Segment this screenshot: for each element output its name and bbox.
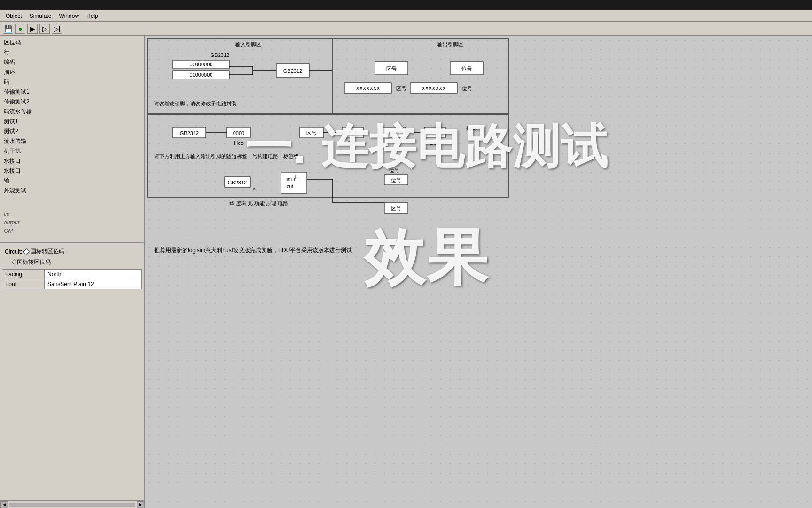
property-font: Font SansSerif Plain 12 (2, 279, 142, 289)
scroll-track (9, 503, 135, 507)
note2: 请下方利用上方输入输出引脚的隧道标签，号构建电路，标签组 (154, 153, 299, 159)
title-bar (0, 0, 812, 10)
property-facing: Facing North (2, 270, 142, 279)
list-item[interactable]: 区位码 (0, 38, 144, 48)
dec-label1: Dec (348, 140, 357, 146)
save-button[interactable]: 💾 (3, 24, 13, 34)
gb2312-label: GB2312 (283, 68, 302, 74)
font-label: Font (2, 279, 45, 289)
list-item[interactable]: 测试1 (0, 117, 144, 127)
list-item[interactable]: 码流水传输 (0, 107, 144, 117)
sidebar: 区位码 行 编码 描述 码 传输测试1 传输测试2 码流水传输 测试1 测试2 … (0, 36, 145, 508)
properties-table: Facing North Font SansSerif Plain 12 (2, 269, 142, 289)
pos-test-label: 位号 (389, 130, 399, 136)
font-value[interactable]: SansSerif Plain 12 (45, 279, 142, 289)
circuit-sub-name-row: ◇国标转区位码 (2, 257, 142, 267)
menu-simulate[interactable]: Simulate (26, 12, 55, 20)
section-label-tic: tic (0, 210, 144, 218)
sidebar-scrollbar[interactable]: ◄ ► (0, 500, 145, 508)
sidebar-list: 区位码 行 编码 描述 码 传输测试1 传输测试2 码流水传输 测试1 测试2 … (0, 36, 144, 243)
zone-label: 区号 (386, 66, 397, 71)
scroll-left[interactable]: ◄ (0, 501, 8, 508)
toolbar: 💾 ● ▶ ▷ ▷| (0, 22, 812, 36)
circuit-prefix-label: Circuit: (5, 248, 22, 255)
circuit-diagram: 输入引脚区 输出引脚区 GB2312 00000000 00000000 GB2… (145, 36, 511, 266)
list-item[interactable]: 传输测试2 (0, 97, 144, 107)
scroll-right[interactable]: ► (137, 501, 144, 508)
dec-value2: ??? (430, 130, 439, 136)
hex-value: 0000 (233, 130, 244, 136)
sidebar-properties: Circuit: 国标转区位码 ◇国标转区位码 Facing North Fon… (0, 243, 144, 292)
list-item[interactable]: 传输测试1 (0, 87, 144, 97)
hex-label: Hex (234, 140, 243, 146)
x-display1: XXXXXXX (356, 86, 380, 91)
lower-pos-label: 位号 (389, 167, 399, 173)
diamond-icon (23, 248, 30, 254)
play-button[interactable]: ▶ (27, 24, 38, 34)
list-item[interactable]: 机干扰 (0, 146, 144, 156)
menu-window[interactable]: Window (55, 12, 83, 20)
zone-test-label: 区号 (306, 130, 317, 136)
note3: 华 逻辑 几 功能 原理 电路 (229, 200, 288, 206)
note-text: 请勿增改引脚，请勿修改子电路封装 (154, 101, 237, 106)
menu-object[interactable]: Object (2, 12, 26, 20)
list-item[interactable]: 输 (0, 176, 144, 186)
input-bits1: 00000000 (190, 62, 213, 67)
list-item[interactable]: 码 (0, 77, 144, 87)
list-item[interactable]: 流水传输 (0, 136, 144, 146)
dec-label2: Dec (430, 140, 439, 146)
cursor: ↖ (253, 186, 257, 192)
menu-help[interactable]: Help (83, 12, 102, 20)
list-item[interactable]: 编码 (0, 57, 144, 67)
dec-value1: ??? (348, 130, 357, 136)
list-item[interactable]: 水接口 (0, 156, 144, 166)
ic-out: out (287, 184, 293, 189)
menu-bar: Object Simulate Window Help (0, 10, 812, 22)
circuit-sub-name: ◇国标转区位码 (11, 258, 51, 266)
x-display2: XXXXXXX (422, 86, 446, 91)
pos-label-small: 位号 (462, 86, 472, 91)
zone-label-small: 区号 (396, 86, 406, 91)
detect-label: 探测区 (466, 125, 482, 131)
circuit-name: 国标转区位码 (31, 247, 64, 255)
pos-label: 位号 (461, 66, 472, 71)
gb2312-title: GB2312 (211, 52, 229, 58)
output-pins-label: 输出引脚区 (437, 41, 463, 47)
input-bits2: 00000000 (190, 72, 213, 78)
ic-plus: + (294, 173, 297, 181)
power-button[interactable]: ● (15, 24, 25, 34)
lower-zone-text: 区号 (391, 206, 401, 211)
facing-label: Facing (2, 270, 45, 279)
list-item[interactable]: 外观测试 (0, 186, 144, 196)
list-item[interactable]: 测试2 (0, 127, 144, 136)
lower-pos-text: 位号 (391, 177, 401, 183)
description: 推荐用最新的logisim意大利hust改良版完成实验，EDU平台采用该版本进行… (154, 247, 352, 254)
circuit-label: Circuit: 国标转区位码 (2, 246, 142, 257)
step-button[interactable]: ▷ (39, 24, 50, 34)
list-item[interactable]: 行 (0, 48, 144, 57)
facing-value[interactable]: North (45, 270, 142, 279)
section-label-output: output (0, 218, 144, 227)
fast-forward-button[interactable]: ▷| (52, 24, 62, 34)
list-item[interactable]: 水接口 (0, 166, 144, 176)
list-item[interactable]: 描述 (0, 67, 144, 77)
main-canvas: 一. 连接电路测试 效果 输入引脚区 输出引脚区 GB2312 00000000… (145, 36, 812, 508)
input-pins-label: 输入引脚区 (235, 41, 261, 47)
test-gb2312: GB2312 (180, 130, 199, 136)
lower-gb2312: GB2312 (228, 180, 247, 185)
section-label-om: OM (0, 227, 144, 235)
